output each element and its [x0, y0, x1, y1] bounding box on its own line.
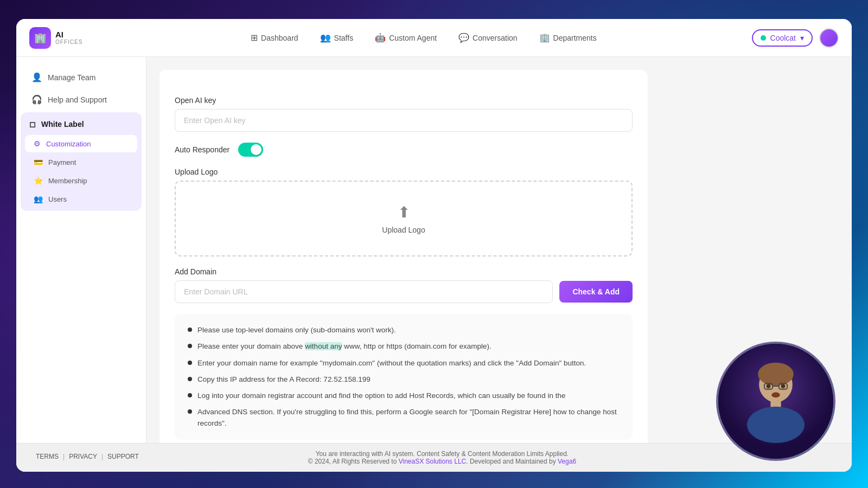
auto-responder-toggle[interactable]	[238, 143, 263, 157]
sidebar-sub-payment[interactable]: 💳 Payment	[25, 153, 137, 171]
domain-info-section: Please use top-level domains only (sub-d…	[175, 314, 633, 440]
person-video	[718, 342, 833, 461]
info-item-5: Log into your domain registrar account a…	[188, 390, 620, 401]
sidebar: 👤 Manage Team 🎧 Help and Support ◻ White…	[16, 57, 146, 443]
video-avatar	[716, 342, 835, 461]
sidebar-sub-membership-label: Membership	[48, 177, 87, 185]
info-item-4: Copy this IP address for the A Record: 7…	[188, 374, 620, 385]
bullet-1	[188, 328, 192, 332]
top-navigation: 🏢 AI OFFICES ⊞ Dashboard 👥 Staffs 🤖 Cust…	[16, 19, 852, 57]
sidebar-sub-membership[interactable]: ⭐ Membership	[25, 172, 137, 189]
footer: TERMS | PRIVACY | SUPPORT You are intera…	[16, 443, 852, 472]
upload-logo-box[interactable]: ⬆ Upload Logo	[175, 181, 633, 256]
svg-rect-4	[759, 371, 793, 380]
info-text-1: Please use top-level domains only (sub-d…	[197, 325, 396, 336]
info-item-6: Advanced DNS section. If you're struggli…	[188, 407, 620, 429]
coolcat-status-dot	[761, 35, 766, 41]
tab-dashboard-label: Dashboard	[261, 34, 298, 42]
white-label-icon: ◻	[29, 120, 36, 129]
svg-point-10	[767, 384, 771, 388]
toggle-knob	[251, 144, 261, 155]
info-text-6: Advanced DNS section. If you're struggli…	[197, 407, 620, 429]
sidebar-manage-team-label: Manage Team	[48, 73, 95, 82]
sidebar-item-manage-team[interactable]: 👤 Manage Team	[21, 67, 142, 88]
content-card: Open AI key Auto Responder Upload Logo ⬆…	[159, 70, 648, 443]
auto-responder-row: Auto Responder	[175, 143, 633, 157]
sidebar-sub-payment-label: Payment	[48, 158, 76, 166]
open-ai-key-label: Open AI key	[175, 96, 633, 105]
avatar[interactable]	[819, 28, 839, 48]
upload-logo-label: Upload Logo	[175, 168, 633, 176]
sep-1: |	[63, 453, 65, 460]
auto-responder-label: Auto Responder	[175, 145, 229, 154]
sidebar-sub-customization-label: Customization	[46, 140, 91, 148]
sidebar-help-support-label: Help and Support	[48, 95, 107, 104]
logo-text-group: AI OFFICES	[55, 30, 82, 46]
bullet-3	[188, 361, 192, 365]
add-domain-row: Check & Add	[175, 280, 633, 303]
domain-url-input[interactable]	[175, 280, 553, 303]
conversation-icon: 💬	[458, 33, 469, 43]
users-icon: 👥	[34, 195, 43, 203]
custom-agent-icon: 🤖	[375, 33, 386, 43]
staffs-icon: 👥	[320, 33, 331, 43]
tab-conversation-label: Conversation	[473, 34, 518, 42]
logo-title: AI	[55, 30, 82, 40]
footer-copyright-2: © 2024, All Rights Reserved to VineaSX S…	[308, 458, 576, 465]
open-ai-key-section: Open AI key	[175, 96, 633, 132]
tab-departments[interactable]: 🏢 Departments	[529, 28, 607, 47]
bullet-6	[188, 409, 192, 414]
video-avatar-inner	[718, 344, 833, 459]
logo-icon: 🏢	[29, 27, 51, 49]
info-text-5: Log into your domain registrar account a…	[197, 390, 565, 401]
tab-staffs[interactable]: 👥 Staffs	[310, 28, 363, 47]
add-domain-section: Add Domain Check & Add	[175, 267, 633, 303]
footer-center: You are interacting with AI system. Cont…	[308, 450, 576, 465]
domain-info-list: Please use top-level domains only (sub-d…	[188, 325, 620, 429]
add-domain-label: Add Domain	[175, 267, 633, 276]
manage-team-icon: 👤	[31, 72, 42, 82]
svg-point-6	[747, 407, 805, 443]
info-item-1: Please use top-level domains only (sub-d…	[188, 325, 620, 336]
membership-icon: ⭐	[34, 176, 43, 185]
coolcat-button[interactable]: Coolcat ▾	[752, 29, 813, 47]
sidebar-item-help-support[interactable]: 🎧 Help and Support	[21, 89, 142, 110]
nav-tabs: ⊞ Dashboard 👥 Staffs 🤖 Custom Agent 💬 Co…	[104, 28, 743, 47]
tab-custom-agent[interactable]: 🤖 Custom Agent	[365, 28, 446, 47]
info-item-2: Please enter your domain above without a…	[188, 341, 620, 352]
privacy-link[interactable]: PRIVACY	[69, 453, 97, 460]
tab-conversation[interactable]: 💬 Conversation	[449, 28, 527, 47]
upload-logo-section: Upload Logo ⬆ Upload Logo	[175, 168, 633, 256]
coolcat-chevron: ▾	[800, 34, 804, 42]
dashboard-icon: ⊞	[251, 33, 258, 43]
bullet-5	[188, 393, 192, 397]
tab-custom-agent-label: Custom Agent	[389, 34, 437, 42]
support-link[interactable]: SUPPORT	[107, 453, 139, 460]
info-text-4: Copy this IP address for the A Record: 7…	[197, 374, 371, 385]
logo[interactable]: 🏢 AI OFFICES	[29, 27, 82, 49]
svg-point-12	[771, 393, 780, 398]
sep-2: |	[101, 453, 103, 460]
nav-right: Coolcat ▾	[752, 28, 839, 48]
sidebar-sub-users-label: Users	[48, 195, 67, 203]
vinea-link[interactable]: VineaSX Solutions LLC.	[399, 458, 468, 465]
info-item-3: Enter your domain name for example "mydo…	[188, 358, 620, 369]
sidebar-sub-customization[interactable]: ⚙ Customization	[25, 135, 137, 152]
upload-icon: ⬆	[398, 203, 410, 221]
departments-icon: 🏢	[539, 33, 550, 43]
sidebar-sub-users[interactable]: 👥 Users	[25, 190, 137, 208]
info-text-2: Please enter your domain above without a…	[197, 341, 492, 352]
sidebar-white-label-header[interactable]: ◻ White Label	[23, 114, 139, 134]
vega6-link[interactable]: Vega6	[558, 458, 576, 465]
coolcat-label: Coolcat	[770, 34, 796, 42]
terms-link[interactable]: TERMS	[36, 453, 59, 460]
open-ai-key-input[interactable]	[175, 109, 633, 132]
check-add-button[interactable]: Check & Add	[559, 281, 633, 303]
info-text-3: Enter your domain name for example "mydo…	[197, 358, 586, 369]
sidebar-white-label-section: ◻ White Label ⚙ Customization 💳 Payment …	[21, 112, 142, 211]
logo-subtitle: OFFICES	[55, 39, 82, 45]
footer-copyright-1: You are interacting with AI system. Cont…	[316, 450, 569, 458]
bullet-4	[188, 377, 192, 381]
tab-dashboard[interactable]: ⊞ Dashboard	[241, 28, 308, 47]
tab-departments-label: Departments	[553, 34, 597, 42]
